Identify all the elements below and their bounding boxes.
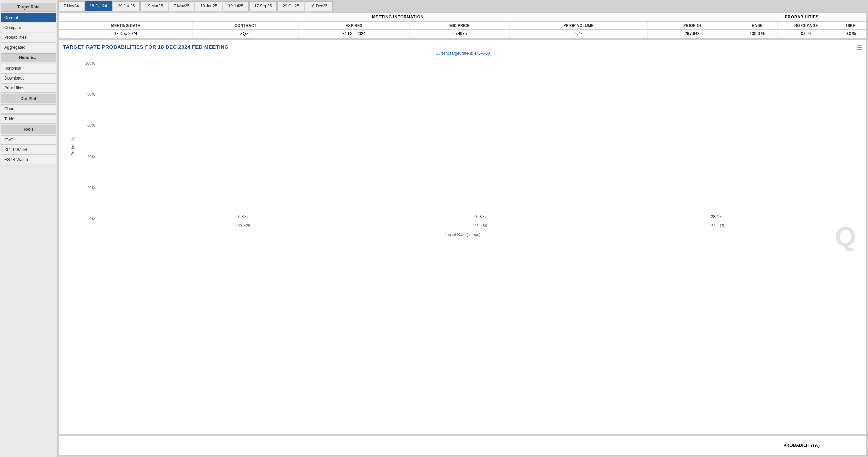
sidebar-item-estr-watch[interactable]: ESTR Watch	[1, 155, 56, 164]
date-tab-8[interactable]: 29 Oct25	[277, 1, 304, 11]
sidebar-item-cvol[interactable]: CVOL	[1, 135, 56, 145]
sidebar-item-table[interactable]: Table	[1, 114, 56, 124]
x-label-2: 450–475	[683, 224, 751, 228]
date-tab-7[interactable]: 17 Sep25	[249, 1, 277, 11]
menu-icon[interactable]: ☰	[857, 44, 862, 51]
prob-table-row: 100.0 % 0.0 % 0.0 %	[737, 30, 866, 38]
date-tab-9[interactable]: 10 Dec25	[305, 1, 333, 11]
meeting-info-title: MEETING INFORMATION	[59, 13, 737, 22]
y-tick-0: 0%	[89, 217, 95, 221]
probabilities-section: PROBABILITIES EASE NO CHANGE HIKE 100.0 …	[737, 13, 866, 38]
y-tick-20: 20%	[87, 186, 95, 190]
sidebar-item-chart[interactable]: Chart	[1, 104, 56, 114]
bar-group-2: 28.4%	[683, 214, 751, 221]
date-tab-6[interactable]: 30 Jul25	[223, 1, 249, 11]
meeting-info-section: MEETING INFORMATION MEETING DATE CONTRAC…	[59, 13, 737, 38]
sidebar-item-historical[interactable]: Historical	[1, 64, 56, 73]
x-axis-title: Target Rate (in bps)	[63, 232, 862, 237]
bar-value-2: 28.4%	[711, 214, 722, 219]
y-axis-label: Probability	[71, 137, 75, 156]
chart-title: TARGET RATE PROBABILITIES FOR 18 DEC 202…	[63, 44, 862, 50]
cell-hike: 0.0 %	[835, 30, 866, 38]
sidebar-item-downloads[interactable]: Downloads	[1, 73, 56, 83]
date-tab-1[interactable]: 18 Dec24	[85, 1, 112, 11]
chart-card: TARGET RATE PROBABILITIES FOR 18 DEC 202…	[58, 39, 867, 434]
col-mid-price: MID PRICE	[410, 22, 510, 30]
sidebar-item-current[interactable]: Current	[1, 13, 56, 22]
probability-label: PROBABILITY(%)	[737, 443, 866, 448]
bar-value-0: 0.8%	[238, 214, 248, 219]
date-tabs-container: 7 Nov24 18 Dec24 29 Jan25 19 Mar25 7 May…	[58, 1, 867, 11]
dot-plot-header: Dot Plot	[1, 94, 56, 103]
date-tab-3[interactable]: 19 Mar25	[140, 1, 168, 11]
date-tab-4[interactable]: 7 May25	[169, 1, 194, 11]
cell-expires: 31 Dec 2024	[299, 30, 410, 38]
cell-prior-volume: 24,772	[510, 30, 647, 38]
bar-group-1: 70.8%	[446, 214, 514, 221]
cell-meeting-date: 18 Dec 2024	[59, 30, 192, 38]
probabilities-title: PROBABILITIES	[737, 13, 866, 22]
sidebar-item-sofr-watch[interactable]: SOFR Watch	[1, 145, 56, 155]
cell-prior-oi: 267,643	[647, 30, 737, 38]
col-expires: EXPIRES	[299, 22, 410, 30]
x-label-0: 400–425	[209, 224, 277, 228]
chart-subtitle: Current target rate is 475–500	[63, 51, 862, 56]
main-content: 7 Nov24 18 Dec24 29 Jan25 19 Mar25 7 May…	[57, 0, 868, 457]
bar-group-0: 0.8%	[209, 214, 277, 221]
sidebar-item-compare[interactable]: Compare	[1, 23, 56, 32]
cell-no-change: 0.0 %	[777, 30, 835, 38]
table-row: 18 Dec 2024 ZQZ4 31 Dec 2024 95.4975 24,…	[59, 30, 737, 38]
sidebar-item-probabilities[interactable]: Probabilities	[1, 33, 56, 42]
date-tab-0[interactable]: 7 Nov24	[58, 1, 84, 11]
bar-value-1: 70.8%	[474, 214, 486, 219]
cell-ease: 100.0 %	[737, 30, 777, 38]
cell-mid-price: 95.4975	[410, 30, 510, 38]
col-prior-oi: PRIOR OI	[647, 22, 737, 30]
col-contract: CONTRACT	[192, 22, 299, 30]
y-tick-100: 100%	[85, 61, 95, 65]
info-card: MEETING INFORMATION MEETING DATE CONTRAC…	[58, 12, 867, 38]
sidebar-item-aggregated[interactable]: Aggregated	[1, 42, 56, 52]
y-tick-80: 80%	[87, 92, 95, 96]
sidebar-item-prior-hikes[interactable]: Prior Hikes	[1, 83, 56, 93]
y-tick-40: 40%	[87, 155, 95, 159]
col-hike: HIKE	[835, 22, 866, 30]
date-tab-2[interactable]: 29 Jan25	[113, 1, 140, 11]
cell-contract: ZQZ4	[192, 30, 299, 38]
col-no-change: NO CHANGE	[777, 22, 835, 30]
col-meeting-date: MEETING DATE	[59, 22, 192, 30]
date-tab-5[interactable]: 18 Jun25	[195, 1, 222, 11]
col-ease: EASE	[737, 22, 777, 30]
tools-header: Tools	[1, 125, 56, 134]
meeting-info-table: MEETING DATE CONTRACT EXPIRES MID PRICE …	[59, 22, 737, 38]
bottom-card: PROBABILITY(%)	[58, 435, 867, 456]
x-label-1: 425–450	[446, 224, 514, 228]
historical-header: Historical	[1, 53, 56, 62]
sidebar: Target Rate Current Compare Probabilitie…	[0, 0, 57, 457]
col-prior-volume: PRIOR VOLUME	[510, 22, 647, 30]
target-rate-header: Target Rate	[1, 3, 56, 12]
probabilities-table: EASE NO CHANGE HIKE 100.0 % 0.0 % 0.0 %	[737, 22, 866, 38]
y-tick-60: 60%	[87, 123, 95, 127]
